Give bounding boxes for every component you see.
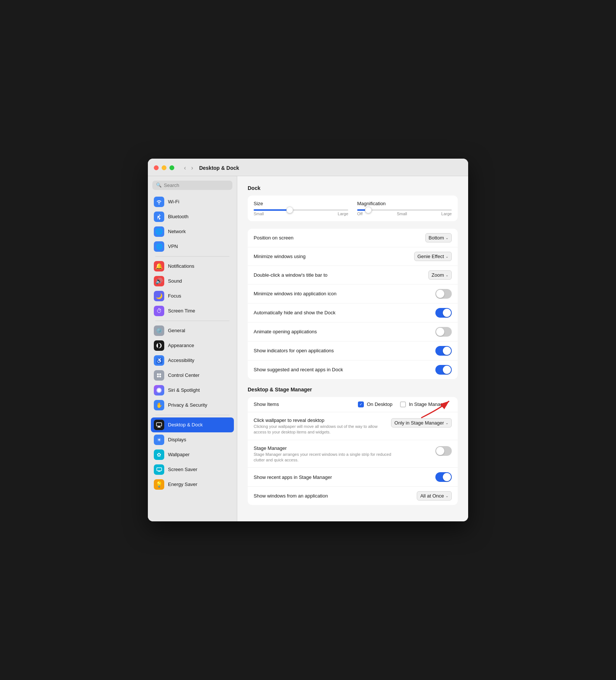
minimize-icon-row: Minimize windows into application icon	[248, 285, 458, 304]
animate-row: Animate opening applications	[248, 322, 458, 341]
window-title: Desktop & Dock	[199, 165, 239, 171]
back-button[interactable]: ‹	[182, 164, 187, 172]
screensaver-icon	[154, 464, 164, 475]
sidebar-item-privacy[interactable]: ✋ Privacy & Security	[151, 398, 234, 413]
svg-point-1	[159, 373, 161, 375]
size-label: Size	[254, 201, 263, 206]
size-fill	[254, 209, 290, 211]
sidebar-item-label-energysaver: Energy Saver	[168, 482, 197, 487]
sidebar-item-siri[interactable]: Siri & Spotlight	[151, 383, 234, 398]
position-select[interactable]: Bottom ⌄	[425, 233, 452, 242]
sidebar-item-desktop[interactable]: Desktop & Dock	[151, 417, 234, 432]
click-wallpaper-text: Click wallpaper to reveal desktop Clicki…	[254, 417, 391, 435]
sidebar-item-label-vpn: VPN	[168, 244, 178, 249]
svg-rect-5	[158, 426, 160, 427]
position-label: Position on screen	[254, 235, 425, 241]
sidebar-item-label-siri: Siri & Spotlight	[168, 387, 200, 393]
maximize-button[interactable]	[169, 165, 174, 170]
sidebar-item-accessibility[interactable]: ♿ Accessibility	[151, 353, 234, 368]
search-input[interactable]	[164, 182, 229, 188]
animate-label: Animate opening applications	[254, 329, 435, 334]
close-button[interactable]	[154, 165, 159, 170]
minimize-select[interactable]: Genie Effect ⌄	[414, 252, 452, 261]
size-large-label: Large	[338, 212, 348, 216]
indicators-toggle[interactable]	[435, 346, 452, 356]
in-stage-manager-checkbox[interactable]	[400, 401, 406, 407]
mag-slider-header: Magnification	[357, 201, 452, 206]
stage-settings-group: Show Items On Desktop In Stage Manager C…	[248, 397, 458, 505]
privacy-icon: ✋	[154, 400, 164, 410]
indicators-row: Show indicators for open applications	[248, 341, 458, 360]
sidebar-item-wifi[interactable]: Wi-Fi	[151, 194, 234, 209]
auto-hide-toggle[interactable]	[435, 308, 452, 318]
minimize-icon-toggle[interactable]	[435, 289, 452, 299]
sidebar-item-sound[interactable]: 🔊 Sound	[151, 274, 234, 289]
sidebar-item-label-privacy: Privacy & Security	[168, 402, 207, 408]
show-windows-select[interactable]: All at Once ⌄	[417, 491, 452, 501]
show-recent-thumb	[443, 473, 451, 481]
dock-section-title: Dock	[248, 185, 458, 191]
sidebar-item-wallpaper[interactable]: ✿ Wallpaper	[151, 447, 234, 462]
click-wallpaper-row: Click wallpaper to reveal desktop Clicki…	[248, 412, 458, 440]
size-slider-header: Size	[254, 201, 348, 206]
forward-button[interactable]: ›	[190, 164, 194, 172]
vpn-icon: 🌐	[154, 241, 164, 252]
sidebar-item-network[interactable]: 🌐 Network	[151, 224, 234, 239]
on-desktop-checkbox[interactable]	[358, 401, 364, 407]
sound-icon: 🔊	[154, 276, 164, 286]
sidebar-item-notifications[interactable]: 🔔 Notifications	[151, 259, 234, 274]
sidebar-item-label-desktop: Desktop & Dock	[168, 422, 203, 428]
sidebar-item-label-notifications: Notifications	[168, 263, 194, 269]
sidebar-item-label-screensaver: Screen Saver	[168, 467, 197, 472]
indicators-thumb	[443, 347, 451, 355]
sidebar-item-displays[interactable]: ☀ Displays	[151, 432, 234, 447]
siri-icon	[154, 385, 164, 395]
suggested-thumb	[443, 366, 451, 374]
suggested-label: Show suggested and recent apps in Dock	[254, 367, 435, 372]
in-stage-manager-label: In Stage Manager	[409, 401, 447, 407]
show-recent-toggle[interactable]	[435, 472, 452, 482]
sidebar-item-controlcenter[interactable]: Control Center	[151, 368, 234, 383]
stage-manager-label: Stage Manager	[254, 445, 435, 451]
sidebar-item-focus[interactable]: 🌙 Focus	[151, 289, 234, 304]
suggested-toggle[interactable]	[435, 365, 452, 375]
stage-manager-toggle[interactable]	[435, 446, 452, 456]
sidebar-item-screentime[interactable]: ⏱ Screen Time	[151, 304, 234, 318]
sidebar-item-general[interactable]: ⚙️ General	[151, 323, 234, 338]
svg-rect-4	[156, 423, 162, 426]
size-track	[254, 209, 348, 211]
stage-manager-sublabel: Stage Manager arranges your recent windo…	[254, 452, 395, 463]
minimize-row: Minimize windows using Genie Effect ⌄	[248, 247, 458, 266]
svg-point-0	[157, 373, 159, 375]
divider-1	[155, 256, 229, 257]
size-thumb[interactable]	[286, 207, 293, 213]
show-windows-row: Show windows from an application All at …	[248, 487, 458, 505]
main-window: ‹ › Desktop & Dock 🔍 Wi-Fi	[148, 159, 468, 522]
main-layout: 🔍 Wi-Fi Bluetooth	[148, 176, 468, 522]
doubleclick-label: Double-click a window's title bar to	[254, 272, 428, 278]
click-wallpaper-select[interactable]: Only in Stage Manager ⌄	[391, 418, 452, 428]
sidebar-item-appearance[interactable]: Appearance	[151, 338, 234, 353]
doubleclick-row: Double-click a window's title bar to Zoo…	[248, 266, 458, 285]
focus-icon: 🌙	[154, 291, 164, 301]
animate-toggle[interactable]	[435, 327, 452, 337]
sidebar-item-screensaver[interactable]: Screen Saver	[151, 462, 234, 477]
appearance-icon	[154, 340, 164, 351]
search-bar[interactable]: 🔍	[152, 181, 232, 190]
sidebar-item-vpn[interactable]: 🌐 VPN	[151, 239, 234, 254]
doubleclick-value: Zoom ⌄	[428, 270, 452, 280]
size-slider-container: Size Small Large	[254, 201, 348, 216]
sidebar-item-energysaver[interactable]: 💡 Energy Saver	[151, 477, 234, 492]
minimize-button[interactable]	[162, 165, 166, 170]
doubleclick-select[interactable]: Zoom ⌄	[428, 270, 452, 280]
minimize-icon-thumb	[436, 290, 444, 298]
auto-hide-thumb	[443, 309, 451, 317]
sidebar-item-bluetooth[interactable]: Bluetooth	[151, 209, 234, 224]
svg-rect-7	[157, 468, 162, 471]
mag-off-label: Off	[357, 212, 362, 216]
divider-2	[155, 321, 229, 321]
energysaver-icon: 💡	[154, 479, 164, 490]
desktop-icon	[154, 420, 164, 430]
network-icon: 🌐	[154, 226, 164, 237]
mag-small-label: Small	[397, 212, 407, 216]
